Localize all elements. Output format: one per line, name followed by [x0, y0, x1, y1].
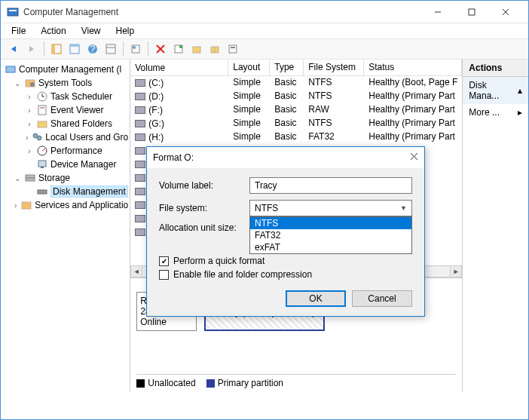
tree-performance[interactable]: ›Performance [2, 144, 128, 158]
chevron-down-icon: ▼ [400, 204, 407, 212]
expand-icon[interactable]: › [13, 201, 18, 210]
fs-option-exfat[interactable]: exFAT [250, 241, 411, 253]
svg-text:?: ? [90, 44, 96, 54]
menubar: File Action View Help [1, 23, 528, 38]
svg-rect-43 [22, 202, 31, 209]
properties-button[interactable] [127, 41, 144, 57]
dialog-close-button[interactable] [410, 152, 418, 163]
tree-event-viewer[interactable]: ›Event Viewer [2, 103, 128, 117]
volume-filesystem: RAW [304, 103, 364, 117]
ok-button[interactable]: OK [286, 290, 346, 307]
wizard-button[interactable] [170, 41, 187, 57]
volume-layout: Simple [228, 103, 270, 117]
cancel-button[interactable]: Cancel [352, 290, 412, 307]
volume-status: Healthy (Boot, Page F [364, 76, 462, 90]
tree-system-tools[interactable]: ⌄System Tools [2, 76, 128, 90]
legend: Unallocated Primary partition [136, 374, 456, 388]
actions-item-label: Disk Mana... [469, 80, 518, 101]
tree-storage[interactable]: ⌄Storage [2, 171, 128, 185]
volume-row[interactable]: (G:)SimpleBasicNTFSHealthy (Primary Part [130, 117, 462, 130]
dialog-titlebar[interactable]: Format O: [147, 147, 424, 168]
scroll-left-button[interactable]: ◄ [130, 265, 142, 277]
menu-file[interactable]: File [5, 24, 32, 38]
separator [123, 41, 124, 57]
actions-more[interactable]: More ... ▸ [463, 104, 528, 121]
maximize-button[interactable] [454, 2, 488, 23]
volume-name: (D:) [148, 91, 164, 102]
tree-disk-management[interactable]: Disk Management [2, 185, 128, 198]
col-volume[interactable]: Volume [130, 60, 228, 75]
svg-rect-40 [26, 175, 35, 178]
svg-rect-0 [8, 8, 18, 16]
expand-icon[interactable]: › [25, 147, 34, 155]
format-button[interactable] [188, 41, 205, 57]
extend-button[interactable] [206, 41, 223, 57]
tree-task-scheduler[interactable]: ›Task Scheduler [2, 90, 128, 103]
menu-action[interactable]: Action [35, 24, 72, 38]
format-dialog: Format O: Volume label: File system: NTF… [146, 146, 425, 317]
volume-filesystem: NTFS [304, 76, 364, 90]
svg-rect-23 [229, 45, 237, 53]
fs-option-fat32[interactable]: FAT32 [250, 229, 411, 241]
expand-icon[interactable]: › [25, 133, 29, 142]
volume-row[interactable]: (C:)SimpleBasicNTFSHealthy (Boot, Page F [130, 76, 462, 90]
volume-row[interactable]: (H:)SimpleBasicFAT32Healthy (Primary Par… [130, 130, 462, 144]
tree-device-manager[interactable]: Device Manager [2, 158, 128, 171]
volume-name: (F:) [148, 105, 163, 115]
volume-type: Basic [270, 117, 304, 130]
disk-icon [135, 201, 145, 209]
volume-label-label: Volume label: [159, 180, 249, 191]
volume-label-input[interactable] [249, 177, 412, 194]
window-title: Computer Management [23, 7, 420, 17]
svg-point-15 [133, 46, 136, 49]
col-layout[interactable]: Layout [228, 60, 270, 75]
separator [44, 41, 44, 57]
expand-icon[interactable]: › [25, 106, 34, 115]
collapse-icon[interactable]: ⌄ [13, 79, 22, 87]
delete-button[interactable] [152, 41, 169, 57]
quick-format-checkbox[interactable]: ✔ Perform a quick format [159, 256, 412, 266]
minimize-button[interactable] [420, 2, 454, 23]
tree-pane: Computer Management (l ⌄System Tools ›Ta… [1, 60, 130, 391]
tree-shared-folders[interactable]: ›Shared Folders [2, 117, 128, 130]
volume-status: Healthy (Primary Part [364, 103, 462, 117]
menu-view[interactable]: View [75, 24, 107, 38]
separator [148, 41, 148, 57]
allocation-unit-label: Allocation unit size: [159, 222, 249, 233]
quick-format-label: Perform a quick format [173, 256, 264, 266]
forward-button[interactable] [23, 41, 40, 57]
volume-row[interactable]: (D:)SimpleBasicNTFSHealthy (Primary Part [130, 90, 462, 103]
menu-help[interactable]: Help [110, 24, 141, 38]
tree-services[interactable]: ›Services and Applicatio [2, 198, 128, 212]
close-button[interactable] [488, 2, 522, 23]
scroll-right-button[interactable]: ► [450, 265, 462, 277]
svg-point-19 [179, 45, 182, 48]
file-system-combo[interactable]: NTFS ▼ NTFS FAT32 exFAT [249, 200, 412, 216]
show-hide-tree-button[interactable] [48, 41, 65, 57]
help-button[interactable]: ? [84, 41, 101, 57]
volume-filesystem: NTFS [304, 90, 364, 103]
col-filesystem[interactable]: File System [304, 60, 364, 75]
actions-disk-management[interactable]: Disk Mana... ▴ [463, 77, 528, 104]
compression-checkbox[interactable]: Enable file and folder compression [159, 269, 412, 280]
legend-unallocated-swatch [136, 379, 145, 388]
actions-more-label: More ... [469, 107, 500, 118]
tree-root[interactable]: Computer Management (l [2, 63, 128, 76]
refresh-button[interactable] [102, 41, 119, 57]
collapse-icon[interactable]: ⌄ [13, 174, 22, 182]
fs-option-ntfs[interactable]: NTFS [250, 217, 411, 229]
disk-icon [135, 188, 145, 195]
col-type[interactable]: Type [270, 60, 304, 75]
expand-icon[interactable]: › [25, 93, 34, 101]
back-button[interactable] [5, 41, 22, 57]
svg-rect-39 [41, 167, 44, 168]
volume-layout: Simple [228, 90, 270, 103]
settings-button[interactable] [225, 41, 241, 57]
col-status[interactable]: Status [364, 60, 462, 75]
volume-row[interactable]: (F:)SimpleBasicRAWHealthy (Primary Part [130, 103, 462, 117]
show-actions-button[interactable] [66, 41, 83, 57]
disk-icon [135, 120, 145, 127]
file-system-label: File system: [159, 203, 249, 213]
tree-local-users[interactable]: ›Local Users and Gro [2, 130, 128, 144]
expand-icon[interactable]: › [25, 120, 34, 128]
